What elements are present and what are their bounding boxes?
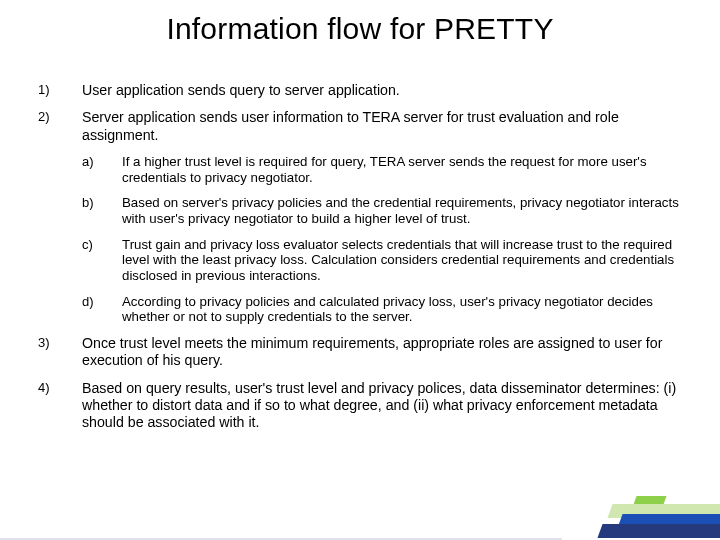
sub-list-item: b) Based on server's privacy policies an…: [82, 195, 686, 226]
item-text: Based on query results, user's trust lev…: [82, 380, 686, 432]
sub-item-text: According to privacy policies and calcul…: [122, 294, 686, 325]
sub-item-text: Trust gain and privacy loss evaluator se…: [122, 237, 686, 284]
list-item: 1) User application sends query to serve…: [38, 82, 686, 99]
sub-list-item: d) According to privacy policies and cal…: [82, 294, 686, 325]
list-item: 4) Based on query results, user's trust …: [38, 380, 686, 432]
sub-list-item: a) If a higher trust level is required f…: [82, 154, 686, 185]
sub-item-text: Based on server's privacy policies and t…: [122, 195, 686, 226]
item-text: Once trust level meets the minimum requi…: [82, 335, 686, 370]
item-marker: 2): [38, 109, 82, 144]
page-title: Information flow for PRETTY: [0, 0, 720, 46]
footer-graphic: [580, 484, 720, 540]
sub-item-marker: b): [82, 195, 122, 226]
item-marker: 3): [38, 335, 82, 370]
list-item: 3) Once trust level meets the minimum re…: [38, 335, 686, 370]
item-text: Server application sends user informatio…: [82, 109, 686, 144]
item-marker: 1): [38, 82, 82, 99]
list-item: 2) Server application sends user informa…: [38, 109, 686, 144]
sub-item-marker: d): [82, 294, 122, 325]
content-body: 1) User application sends query to serve…: [0, 46, 720, 432]
item-text: User application sends query to server a…: [82, 82, 686, 99]
item-marker: 4): [38, 380, 82, 432]
sub-item-marker: c): [82, 237, 122, 284]
sub-list-item: c) Trust gain and privacy loss evaluator…: [82, 237, 686, 284]
sub-item-marker: a): [82, 154, 122, 185]
sub-item-text: If a higher trust level is required for …: [122, 154, 686, 185]
